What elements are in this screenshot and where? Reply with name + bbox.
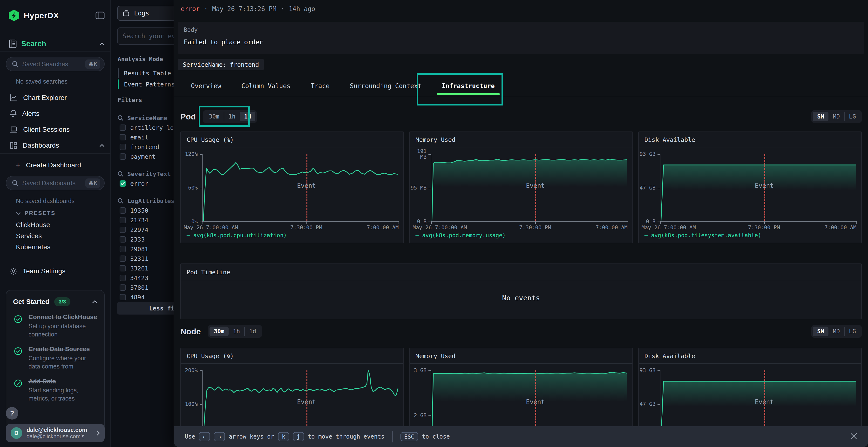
mode-indicator-active xyxy=(118,79,119,89)
pod-size-md[interactable]: MD xyxy=(829,112,844,122)
filter-option-label: 22974 xyxy=(130,227,148,233)
service-name-chip[interactable]: ServiceName: frontend xyxy=(178,59,264,70)
sidebar-item-chart-explorer[interactable]: Chart Explorer xyxy=(10,93,105,103)
sidebar-item-alerts[interactable]: Alerts xyxy=(10,108,105,119)
sidebar-item-client-sessions[interactable]: Client Sessions xyxy=(10,124,105,135)
checkbox[interactable] xyxy=(120,153,126,160)
x-axis-labels: May 26 7:00:00 AM7:30:00 PM7:00:00 AM xyxy=(431,225,627,231)
sidebar-item-services[interactable]: Services xyxy=(16,232,42,240)
checkbox[interactable] xyxy=(120,144,126,150)
node-size-md[interactable]: MD xyxy=(829,326,844,336)
sidebar-item-team-settings[interactable]: Team Settings xyxy=(10,266,105,276)
filter-option-label: 33261 xyxy=(130,265,148,272)
checkbox[interactable] xyxy=(120,275,126,281)
divider xyxy=(181,147,403,147)
create-dashboard-button[interactable]: + Create Dashboard xyxy=(16,161,81,170)
y-tick-label: 191 MB xyxy=(417,148,427,160)
nav-label: Client Sessions xyxy=(23,126,70,133)
checkbox[interactable] xyxy=(120,125,126,131)
logs-icon xyxy=(123,10,130,16)
search-icon[interactable] xyxy=(118,115,123,121)
get-started-item[interactable]: Add DataStart sending logs, metrics, or … xyxy=(13,377,97,403)
pod-range-1d[interactable]: 1d xyxy=(240,112,255,122)
close-icon[interactable] xyxy=(850,433,858,440)
tab-surrounding-context[interactable]: Surrounding Context xyxy=(350,76,422,96)
laptop-icon xyxy=(10,126,18,133)
event-relative-time: 14h ago xyxy=(289,5,315,12)
y-tick-mark xyxy=(429,415,431,416)
filter-option-label: 4894 xyxy=(130,294,145,301)
divider xyxy=(410,147,632,147)
sidebar-item-clickhouse[interactable]: ClickHouse xyxy=(16,221,50,229)
x-axis-labels: May 26 7:00:00 AM7:30:00 PM7:00:00 AM xyxy=(202,225,399,231)
arrow-right-key: → xyxy=(214,432,225,441)
checkbox[interactable] xyxy=(120,294,126,300)
node-size-sm[interactable]: SM xyxy=(813,326,829,336)
x-tick-mark xyxy=(764,221,765,224)
sidebar-collapse-icon[interactable] xyxy=(95,11,105,19)
mode-label: Event Patterns xyxy=(124,81,175,88)
body-label: Body xyxy=(184,27,858,33)
footer-text: to move through events xyxy=(308,433,384,440)
x-tick-label: 7:30:00 PM xyxy=(290,225,322,231)
chart-plot-area: Event xyxy=(660,154,857,221)
brand-title: HyperDX xyxy=(24,11,59,20)
divider xyxy=(0,51,111,51)
chevron-down-icon xyxy=(16,212,21,215)
checkbox[interactable] xyxy=(120,217,126,223)
divider xyxy=(639,363,861,364)
k-key: k xyxy=(278,432,289,441)
checkbox[interactable] xyxy=(120,284,126,291)
tab-trace[interactable]: Trace xyxy=(311,76,330,96)
filter-option-label: 2333 xyxy=(130,236,145,243)
checkbox[interactable] xyxy=(120,227,126,233)
checkbox[interactable] xyxy=(120,207,126,214)
checkbox[interactable] xyxy=(120,246,126,252)
tab-infrastructure[interactable]: Infrastructure xyxy=(442,76,495,96)
pod-size-sm[interactable]: SM xyxy=(813,112,829,122)
saved-searches-input[interactable]: Saved Searches ⌘K xyxy=(6,57,105,71)
checkbox-checked[interactable] xyxy=(120,180,126,187)
node-range-1h[interactable]: 1h xyxy=(228,326,244,336)
pod-range-30m[interactable]: 30m xyxy=(205,112,223,122)
checkbox[interactable] xyxy=(120,255,126,262)
search-icon[interactable] xyxy=(118,198,123,204)
event-marker-label: Event xyxy=(755,182,774,189)
pod-size-lg[interactable]: LG xyxy=(845,112,860,122)
y-tick-label: 47 GB xyxy=(640,185,655,191)
chevron-up-icon[interactable] xyxy=(92,300,97,304)
node-range-1d[interactable]: 1d xyxy=(245,326,260,336)
sidebar-item-dashboards[interactable]: Dashboards xyxy=(10,140,105,151)
get-started-item[interactable]: Create Data SourcesConfigure where your … xyxy=(13,345,97,370)
y-tick-mark xyxy=(199,404,203,405)
sidebar-section-search[interactable]: Search xyxy=(9,38,105,49)
tab-column-values[interactable]: Column Values xyxy=(241,76,290,96)
node-title: Node xyxy=(180,327,201,336)
node-size-lg[interactable]: LG xyxy=(845,326,860,336)
presets-toggle[interactable]: PRESETS xyxy=(16,210,56,216)
pod-range-1h[interactable]: 1h xyxy=(224,112,240,122)
check-circle-icon xyxy=(14,315,22,323)
event-marker-label: Event xyxy=(526,398,545,406)
node-range-30m[interactable]: 30m xyxy=(210,326,228,336)
y-tick-label: 93 GB xyxy=(640,368,655,373)
get-started-item-subtitle: Set up your database connection xyxy=(28,322,97,339)
saved-dashboards-input[interactable]: Saved Dashboards ⌘K xyxy=(6,176,105,190)
help-button[interactable]: ? xyxy=(6,407,18,419)
user-email: dale@clickhouse.com xyxy=(27,426,87,433)
checkbox[interactable] xyxy=(120,265,126,271)
search-icon[interactable] xyxy=(118,171,123,177)
event-search-placeholder: Search your ev xyxy=(123,33,175,40)
checkbox[interactable] xyxy=(120,134,126,140)
x-tick-mark xyxy=(203,221,203,224)
event-marker-label: Event xyxy=(297,398,316,406)
gear-icon xyxy=(10,267,18,275)
chart-explorer-icon xyxy=(10,94,18,102)
separator-dot: · xyxy=(281,5,284,12)
sidebar-item-kubernetes[interactable]: Kubernetes xyxy=(16,243,51,251)
checkbox[interactable] xyxy=(120,236,126,243)
node-range-picker: 30m 1h 1d xyxy=(208,325,262,338)
user-menu[interactable]: D dale@clickhouse.com dale@clickhouse.co… xyxy=(6,424,105,442)
get-started-item[interactable]: Connect to ClickHouseSet up your databas… xyxy=(13,313,97,338)
tab-overview[interactable]: Overview xyxy=(191,76,221,96)
